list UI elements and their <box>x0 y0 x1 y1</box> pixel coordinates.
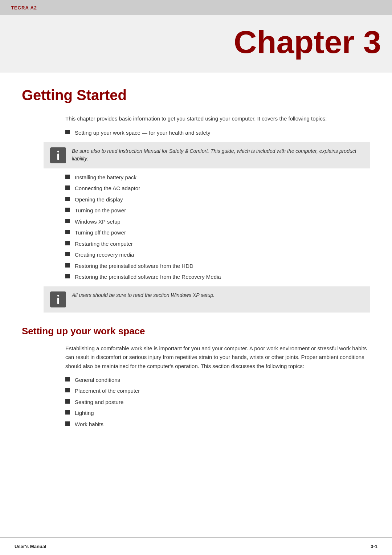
info-box-1: Be sure also to read Instruction Manual … <box>44 142 370 168</box>
bullet-icon <box>65 175 70 179</box>
list-item: Connecting the AC adaptor <box>65 184 370 193</box>
bullet-icon <box>65 252 70 256</box>
list-item: Seating and posture <box>65 398 370 407</box>
list-item: Turning off the power <box>65 229 370 237</box>
bullet-text: Restoring the preinstalled software from… <box>75 262 193 270</box>
bullet-text: Work habits <box>75 420 103 429</box>
footer-bar: User's Manual 3-1 <box>0 538 392 555</box>
bullet-text: Turning off the power <box>75 229 126 237</box>
list-item: Installing the battery pack <box>65 174 370 182</box>
bullet-text: Placement of the computer <box>75 387 140 395</box>
section-subtitle: Setting up your work space <box>22 326 370 337</box>
bullet-icon <box>65 274 70 278</box>
bullet-text: Opening the display <box>75 196 123 204</box>
section-paragraph: Establishing a comfortable work site is … <box>65 344 370 371</box>
info-box-2-text: All users should be sure to read the sec… <box>72 291 215 299</box>
list-item: Turning on the power <box>65 207 370 215</box>
bullet-text: Creating recovery media <box>75 251 134 259</box>
bullets-list: Installing the battery pack Connecting t… <box>22 174 370 281</box>
info-box-2-italic: All users should be sure to read the sec… <box>72 292 171 298</box>
bullet-text: Setting up your work space — for your he… <box>75 129 211 137</box>
list-item: General conditions <box>65 376 370 384</box>
header-bar: TECRA A2 <box>0 0 392 15</box>
info-icon-2 <box>50 291 66 307</box>
bullet-icon <box>65 241 70 245</box>
list-item: Work habits <box>65 420 370 429</box>
bullet-icon <box>65 263 70 268</box>
bullet-icon <box>65 197 70 201</box>
bullet-text: Windows XP setup <box>75 218 121 226</box>
list-item: Opening the display <box>65 196 370 204</box>
footer-left-label: User's Manual <box>15 544 46 549</box>
info-box-2: All users should be sure to read the sec… <box>44 286 370 313</box>
page-title: Getting Started <box>22 87 370 103</box>
list-item: Restoring the preinstalled software from… <box>65 262 370 270</box>
list-item: Setting up your work space — for your he… <box>65 129 370 137</box>
bullet-text: Restoring the preinstalled software from… <box>75 273 221 281</box>
bullet-text: Lighting <box>75 409 94 417</box>
info-icon-1 <box>50 147 66 163</box>
list-item: Lighting <box>65 409 370 417</box>
bullet-icon <box>65 421 70 426</box>
info-box-2-normal: Windows XP setup. <box>171 292 215 298</box>
chapter-title: Chapter 3 <box>11 26 381 58</box>
bullet-icon <box>65 130 70 134</box>
bullet-text: General conditions <box>75 376 120 384</box>
bullet-text: Turning on the power <box>75 207 126 215</box>
bullet-icon <box>65 388 70 392</box>
bullet-icon <box>65 377 70 381</box>
chapter-section: Chapter 3 <box>0 15 392 73</box>
sub-bullets-list: General conditions Placement of the comp… <box>22 376 370 429</box>
bullet-icon <box>65 399 70 404</box>
bullet-icon <box>65 219 70 223</box>
bullet-text: Installing the battery pack <box>75 174 136 182</box>
list-item: Creating recovery media <box>65 251 370 259</box>
brand-label: TECRA A2 <box>11 5 37 11</box>
info-box-1-text: Be sure also to read Instruction Manual … <box>72 147 364 163</box>
list-item: Windows XP setup <box>65 218 370 226</box>
main-content: Getting Started This chapter provides ba… <box>0 87 392 453</box>
list-item: Placement of the computer <box>65 387 370 395</box>
footer-right-label: 3-1 <box>371 544 377 549</box>
bullet-icon <box>65 410 70 415</box>
list-item: Restoring the preinstalled software from… <box>65 273 370 281</box>
bullet-text: Restarting the computer <box>75 240 133 248</box>
bullet-icon <box>65 208 70 212</box>
intro-paragraph: This chapter provides basic information … <box>65 114 370 123</box>
bullet-icon <box>65 185 70 190</box>
list-item: Restarting the computer <box>65 240 370 248</box>
bullet-text: Seating and posture <box>75 398 123 407</box>
bullet-text: Connecting the AC adaptor <box>75 184 140 193</box>
bullet-icon <box>65 230 70 234</box>
